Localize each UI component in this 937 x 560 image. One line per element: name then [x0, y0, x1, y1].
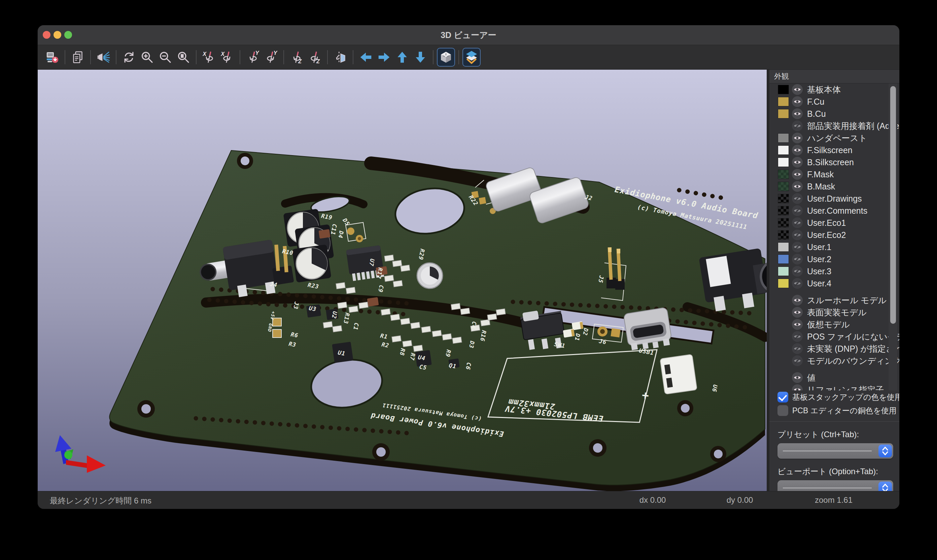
layer-label: 基板本体	[807, 84, 841, 95]
reload-board-button[interactable]	[43, 48, 61, 67]
eye-open-icon[interactable]	[792, 384, 803, 391]
reference-designator: U7	[368, 258, 376, 267]
toolbar-separator	[240, 50, 240, 64]
reference-designator: U4	[417, 354, 426, 362]
eye-closed-icon[interactable]	[792, 193, 803, 204]
eye-closed-icon[interactable]	[792, 120, 803, 131]
layer-label: スルーホール モデル	[807, 295, 886, 306]
layer-row: B.Mask	[769, 180, 899, 192]
eye-closed-icon[interactable]	[792, 343, 803, 354]
layers-scrollbar-thumb[interactable]	[890, 86, 896, 324]
layer-color-swatch[interactable]	[778, 182, 789, 191]
preset-label: プリセット (Ctrl+Tab):	[777, 429, 899, 440]
rotate-x-counterclockwise-button[interactable]: X	[218, 48, 236, 67]
rotate-z-clockwise-button[interactable]: Z	[288, 48, 306, 67]
eye-closed-icon[interactable]	[792, 205, 803, 216]
eye-open-icon[interactable]	[792, 181, 803, 192]
layer-label: User.Eco2	[807, 230, 846, 240]
rotate-y-counterclockwise-button[interactable]: Y	[262, 48, 280, 67]
rotzccw-icon: Z	[308, 51, 322, 64]
toolbar-separator	[65, 50, 65, 64]
pandown-icon	[414, 51, 427, 64]
layers-list: 基板本体F.CuB.Cu部品実装用接着剤 (Adhesive)ハンダペーストF.…	[769, 83, 899, 391]
preset-dropdown[interactable]	[777, 443, 893, 459]
layer-color-swatch[interactable]	[778, 158, 789, 166]
layer-color-swatch[interactable]	[778, 109, 789, 118]
layer-color-swatch[interactable]	[778, 97, 789, 106]
pan-down-button[interactable]	[411, 48, 429, 67]
preset-stepper-icon[interactable]	[879, 445, 892, 457]
layer-row: User.3	[769, 265, 899, 277]
checkbox-checked[interactable]	[777, 392, 788, 403]
toolbar-separator	[283, 50, 284, 64]
orthographic-projection-button[interactable]	[437, 48, 455, 67]
pan-right-button[interactable]	[375, 48, 393, 67]
eye-closed-icon[interactable]	[792, 242, 803, 252]
flip-icon	[334, 51, 347, 64]
layer-color-swatch[interactable]	[778, 194, 789, 203]
layer-color-swatch[interactable]	[778, 255, 789, 263]
eye-closed-icon[interactable]	[792, 217, 803, 228]
layer-color-swatch[interactable]	[778, 170, 789, 179]
layer-color-swatch[interactable]	[778, 85, 789, 94]
raytracing-render-button[interactable]	[94, 48, 112, 67]
eye-open-icon[interactable]	[792, 145, 803, 155]
eye-open-icon[interactable]	[792, 295, 803, 306]
zoom-out-button[interactable]	[156, 48, 174, 67]
rotzcw-icon: Z	[290, 51, 303, 64]
checkbox-unchecked[interactable]	[777, 405, 788, 416]
reference-designator: C9	[377, 285, 385, 293]
rotate-y-clockwise-button[interactable]: Y	[244, 48, 262, 67]
appearance-panel-button[interactable]	[462, 48, 481, 67]
zoom-in-button[interactable]	[138, 48, 156, 67]
eye-open-icon[interactable]	[792, 319, 803, 330]
pan-up-button[interactable]	[393, 48, 411, 67]
eye-open-icon[interactable]	[792, 169, 803, 180]
layer-color-swatch[interactable]	[778, 231, 789, 239]
layer-row: User.2	[769, 253, 899, 265]
copy-image-button[interactable]	[69, 48, 87, 67]
layer-row: 表面実装モデル	[769, 306, 899, 318]
layer-color-swatch[interactable]	[778, 279, 789, 288]
eye-closed-icon[interactable]	[792, 331, 803, 342]
layer-color-swatch[interactable]	[778, 134, 789, 142]
reference-designator: C6	[465, 362, 472, 371]
eye-open-icon[interactable]	[792, 108, 803, 119]
reference-designator: U3	[308, 305, 317, 313]
layer-color-swatch[interactable]	[778, 243, 789, 251]
rotate-z-counterclockwise-button[interactable]: Z	[306, 48, 324, 67]
eye-open-icon[interactable]	[792, 157, 803, 168]
layer-color-swatch[interactable]	[778, 146, 789, 154]
3d-viewport[interactable]: Exidiophone v6.0 Audio Board(c) Tomoya M…	[38, 70, 767, 491]
layer-row: User.4	[769, 277, 899, 289]
eye-open-icon[interactable]	[792, 84, 803, 95]
zoom-to-fit-button[interactable]	[174, 48, 192, 67]
pan-left-button[interactable]	[357, 48, 375, 67]
layer-row: User.Eco2	[769, 229, 899, 241]
appearance-panel: 外観 基板本体F.CuB.Cu部品実装用接着剤 (Adhesive)ハンダペース…	[767, 70, 899, 491]
redraw-button[interactable]	[120, 48, 138, 67]
flip-board-button[interactable]	[331, 48, 349, 67]
eye-closed-icon[interactable]	[792, 229, 803, 240]
layer-color-swatch[interactable]	[778, 206, 789, 215]
toolbar-separator	[116, 50, 117, 64]
eye-closed-icon[interactable]	[792, 355, 803, 366]
eye-open-icon[interactable]	[792, 372, 803, 383]
layer-label: F.Cu	[807, 97, 824, 107]
eye-closed-icon[interactable]	[792, 278, 803, 289]
eye-open-icon[interactable]	[792, 307, 803, 318]
eye-open-icon[interactable]	[792, 96, 803, 107]
eye-closed-icon[interactable]	[792, 266, 803, 277]
layer-row: B.Silkscreen	[769, 156, 899, 168]
layer-label: F.Mask	[807, 169, 834, 179]
eye-open-icon[interactable]	[792, 132, 803, 143]
layer-label: B.Cu	[807, 109, 826, 119]
layer-label: 仮想モデル	[807, 319, 850, 330]
layer-label: 部品実装用接着剤 (Adhesive)	[807, 120, 899, 132]
layer-color-swatch[interactable]	[778, 218, 789, 227]
rotate-x-clockwise-button[interactable]: X	[200, 48, 218, 67]
title-bar[interactable]: 3D ビューアー	[38, 25, 899, 45]
capacitor-c9	[417, 263, 443, 288]
eye-closed-icon[interactable]	[792, 254, 803, 265]
layer-color-swatch[interactable]	[778, 267, 789, 275]
